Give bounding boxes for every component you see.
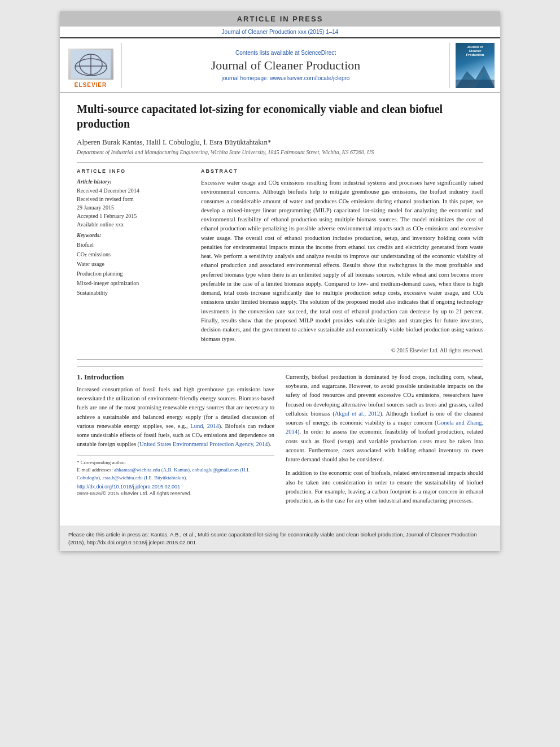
section-divider [77, 366, 483, 367]
akgul-link[interactable]: Akgul et al., 2012 [335, 410, 380, 417]
abstract-text: Excessive water usage and CO₂ emissions … [201, 178, 483, 344]
gonela-link[interactable]: Gonela and Zhang, 2014 [286, 420, 483, 435]
bottom-citation-bar: Please cite this article in press as: Ka… [60, 526, 500, 552]
contents-available-line: Contents lists available at ScienceDirec… [128, 50, 444, 56]
page: ARTICLE IN PRESS Journal of Cleaner Prod… [60, 11, 500, 551]
homepage-prefix: journal homepage: [222, 75, 269, 81]
issn-line: 0959-6526/© 2015 Elsevier Ltd. All right… [77, 491, 274, 496]
banner-text: ARTICLE IN PRESS [237, 15, 323, 23]
received-date: Received 4 December 2014 [77, 187, 139, 194]
corresponding-author-note: * Corresponding author. [77, 459, 274, 467]
main-content: Multi-source capacitated lot-sizing for … [60, 93, 500, 519]
intro-col2-para1: Currently, biofuel production is dominat… [286, 373, 483, 465]
journal-homepage-line: journal homepage: www.elsevier.com/locat… [128, 75, 444, 81]
authors-line: Alperen Burak Kantas, Halil I. Cobuloglu… [77, 138, 483, 147]
svg-rect-8 [456, 80, 495, 88]
journal-ref-text: Journal of Cleaner Production xxx (2015)… [222, 29, 339, 35]
intro-col2-para2: In addition to the economic cost of biof… [286, 469, 483, 505]
elsevier-image [68, 49, 113, 80]
header-section: ELSEVIER Contents lists available at Sci… [60, 37, 500, 93]
email-label: E-mail addresses: [77, 467, 113, 473]
revised-label: Received in revised form [77, 196, 134, 202]
corresponding-text: * Corresponding author. [77, 460, 126, 465]
journal-logo-image: Journal ofCleanerProduction [456, 43, 495, 88]
email-note: E-mail addresses: ahkantas@wichita.edu (… [77, 466, 274, 482]
info-abstract-section: ARTICLE INFO Article history: Received 4… [77, 162, 483, 360]
journal-logo-title: Journal ofCleanerProduction [466, 45, 484, 58]
doi-text: http://dx.doi.org/10.1016/j.jclepro.2015… [77, 484, 180, 490]
elsevier-logo: ELSEVIER [65, 43, 122, 88]
epa-link[interactable]: United States Environmental Protection A… [139, 441, 268, 447]
citation-body: Please cite this article in press as: Ka… [68, 531, 476, 545]
intro-col1-para1: Increased consumption of fossil fuels an… [77, 385, 274, 449]
keywords-list: Biofuel CO₂ emissions Water usage Produc… [77, 240, 190, 298]
history-label: Article history: [77, 178, 190, 185]
abstract-column: ABSTRACT Excessive water usage and CO₂ e… [201, 168, 483, 353]
received-text: Received 4 December 2014 Received in rev… [77, 186, 190, 229]
footnote-section: * Corresponding author. E-mail addresses… [77, 455, 274, 497]
issn-text: 0959-6526/© 2015 Elsevier Ltd. All right… [77, 491, 191, 496]
contents-prefix: Contents lists available at [235, 50, 299, 56]
intro-col-right: Currently, biofuel production is dominat… [286, 373, 483, 510]
keywords-label: Keywords: [77, 232, 190, 238]
article-info-column: ARTICLE INFO Article history: Received 4… [77, 168, 190, 353]
affiliation-line: Department of Industrial and Manufacturi… [77, 149, 483, 155]
intro-heading: 1. Introduction [77, 373, 274, 382]
authors-text: Alperen Burak Kantas, Halil I. Cobuloglu… [77, 138, 271, 146]
elsevier-brand-text: ELSEVIER [75, 82, 107, 88]
revised-date: 29 January 2015 [77, 204, 114, 211]
article-info-heading: ARTICLE INFO [77, 168, 190, 174]
article-title: Multi-source capacitated lot-sizing for … [77, 102, 483, 131]
copyright-line: © 2015 Elsevier Ltd. All rights reserved… [201, 347, 483, 353]
header-middle: Contents lists available at ScienceDirec… [128, 43, 444, 88]
journal-ref-line: Journal of Cleaner Production xxx (2015)… [60, 27, 500, 37]
article-in-press-banner: ARTICLE IN PRESS [60, 11, 500, 27]
journal-logo-section: Journal ofCleanerProduction [449, 43, 495, 88]
homepage-link[interactable]: www.elsevier.com/locate/jclepro [270, 75, 349, 81]
journal-title: Journal of Cleaner Production [128, 58, 444, 73]
citation-text: Please cite this article in press as: Ka… [68, 531, 492, 547]
lund-2014-link[interactable]: Lund, 2014 [190, 423, 218, 429]
sciencedirect-link[interactable]: ScienceDirect [301, 50, 336, 56]
introduction-section: 1. Introduction Increased consumption of… [77, 373, 483, 510]
doi-line[interactable]: http://dx.doi.org/10.1016/j.jclepro.2015… [77, 484, 274, 490]
accepted-date: Accepted 1 February 2015 [77, 213, 137, 219]
intro-col-left: 1. Introduction Increased consumption of… [77, 373, 274, 510]
available-online: Available online xxx [77, 221, 124, 228]
abstract-heading: ABSTRACT [201, 168, 483, 174]
